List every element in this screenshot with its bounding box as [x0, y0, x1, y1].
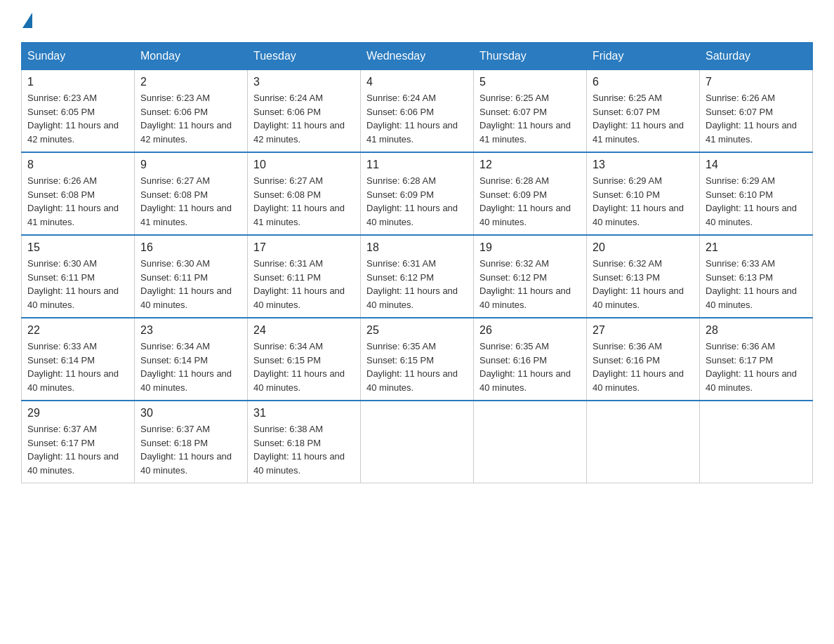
day-number: 24 [253, 324, 355, 337]
day-number: 10 [253, 159, 355, 171]
day-number: 29 [27, 407, 128, 420]
day-number: 7 [706, 76, 807, 88]
day-info: Sunrise: 6:34 AMSunset: 6:14 PMDaylight:… [140, 341, 232, 393]
day-number: 4 [366, 76, 468, 88]
day-number: 6 [593, 76, 694, 88]
day-19: 19 Sunrise: 6:32 AMSunset: 6:12 PMDaylig… [474, 235, 587, 318]
day-info: Sunrise: 6:27 AMSunset: 6:08 PMDaylight:… [253, 175, 345, 227]
day-info: Sunrise: 6:37 AMSunset: 6:18 PMDaylight:… [140, 424, 232, 476]
day-22: 22 Sunrise: 6:33 AMSunset: 6:14 PMDaylig… [22, 318, 135, 401]
day-number: 14 [706, 159, 807, 171]
day-number: 20 [593, 241, 694, 254]
day-number: 11 [366, 159, 468, 171]
day-25: 25 Sunrise: 6:35 AMSunset: 6:15 PMDaylig… [361, 318, 474, 401]
day-info: Sunrise: 6:26 AMSunset: 6:07 PMDaylight:… [706, 93, 797, 145]
day-info: Sunrise: 6:33 AMSunset: 6:13 PMDaylight:… [706, 258, 797, 310]
day-10: 10 Sunrise: 6:27 AMSunset: 6:08 PMDaylig… [248, 152, 361, 235]
day-18: 18 Sunrise: 6:31 AMSunset: 6:12 PMDaylig… [361, 235, 474, 318]
logo [21, 14, 32, 28]
day-2: 2 Sunrise: 6:23 AMSunset: 6:06 PMDayligh… [135, 70, 248, 153]
day-info: Sunrise: 6:23 AMSunset: 6:05 PMDaylight:… [27, 93, 119, 145]
day-number: 1 [27, 76, 128, 88]
empty-cell [700, 401, 813, 483]
day-info: Sunrise: 6:34 AMSunset: 6:15 PMDaylight:… [253, 341, 345, 393]
day-number: 3 [253, 76, 355, 88]
day-number: 15 [27, 241, 128, 254]
day-number: 19 [479, 241, 581, 254]
day-number: 5 [479, 76, 581, 88]
day-info: Sunrise: 6:36 AMSunset: 6:17 PMDaylight:… [706, 341, 797, 393]
day-info: Sunrise: 6:25 AMSunset: 6:07 PMDaylight:… [479, 93, 571, 145]
day-info: Sunrise: 6:35 AMSunset: 6:16 PMDaylight:… [479, 341, 571, 393]
day-4: 4 Sunrise: 6:24 AMSunset: 6:06 PMDayligh… [361, 70, 474, 153]
empty-cell [361, 401, 474, 483]
day-number: 30 [140, 407, 241, 420]
day-info: Sunrise: 6:30 AMSunset: 6:11 PMDaylight:… [140, 258, 232, 310]
day-number: 27 [593, 324, 694, 337]
day-number: 21 [706, 241, 807, 254]
day-number: 25 [366, 324, 468, 337]
day-14: 14 Sunrise: 6:29 AMSunset: 6:10 PMDaylig… [700, 152, 813, 235]
week-row-4: 22 Sunrise: 6:33 AMSunset: 6:14 PMDaylig… [22, 318, 813, 401]
week-row-5: 29 Sunrise: 6:37 AMSunset: 6:17 PMDaylig… [22, 401, 813, 483]
day-8: 8 Sunrise: 6:26 AMSunset: 6:08 PMDayligh… [22, 152, 135, 235]
day-20: 20 Sunrise: 6:32 AMSunset: 6:13 PMDaylig… [587, 235, 700, 318]
header-saturday: Saturday [700, 43, 813, 70]
day-info: Sunrise: 6:31 AMSunset: 6:11 PMDaylight:… [253, 258, 345, 310]
week-row-1: 1 Sunrise: 6:23 AMSunset: 6:05 PMDayligh… [22, 70, 813, 153]
day-number: 31 [253, 407, 355, 420]
day-26: 26 Sunrise: 6:35 AMSunset: 6:16 PMDaylig… [474, 318, 587, 401]
empty-cell [474, 401, 587, 483]
day-info: Sunrise: 6:36 AMSunset: 6:16 PMDaylight:… [593, 341, 684, 393]
day-6: 6 Sunrise: 6:25 AMSunset: 6:07 PMDayligh… [587, 70, 700, 153]
day-info: Sunrise: 6:32 AMSunset: 6:13 PMDaylight:… [593, 258, 684, 310]
header-monday: Monday [135, 43, 248, 70]
day-17: 17 Sunrise: 6:31 AMSunset: 6:11 PMDaylig… [248, 235, 361, 318]
day-info: Sunrise: 6:28 AMSunset: 6:09 PMDaylight:… [479, 175, 571, 227]
day-info: Sunrise: 6:29 AMSunset: 6:10 PMDaylight:… [706, 175, 797, 227]
day-info: Sunrise: 6:31 AMSunset: 6:12 PMDaylight:… [366, 258, 458, 310]
calendar-table: SundayMondayTuesdayWednesdayThursdayFrid… [21, 42, 813, 483]
day-29: 29 Sunrise: 6:37 AMSunset: 6:17 PMDaylig… [22, 401, 135, 483]
day-info: Sunrise: 6:23 AMSunset: 6:06 PMDaylight:… [140, 93, 232, 145]
header-wednesday: Wednesday [361, 43, 474, 70]
day-info: Sunrise: 6:32 AMSunset: 6:12 PMDaylight:… [479, 258, 571, 310]
day-15: 15 Sunrise: 6:30 AMSunset: 6:11 PMDaylig… [22, 235, 135, 318]
header-sunday: Sunday [22, 43, 135, 70]
day-number: 23 [140, 324, 241, 337]
day-3: 3 Sunrise: 6:24 AMSunset: 6:06 PMDayligh… [248, 70, 361, 153]
day-number: 18 [366, 241, 468, 254]
day-11: 11 Sunrise: 6:28 AMSunset: 6:09 PMDaylig… [361, 152, 474, 235]
day-number: 12 [479, 159, 581, 171]
header-thursday: Thursday [474, 43, 587, 70]
day-info: Sunrise: 6:24 AMSunset: 6:06 PMDaylight:… [253, 93, 345, 145]
day-12: 12 Sunrise: 6:28 AMSunset: 6:09 PMDaylig… [474, 152, 587, 235]
day-number: 22 [27, 324, 128, 337]
day-27: 27 Sunrise: 6:36 AMSunset: 6:16 PMDaylig… [587, 318, 700, 401]
day-number: 17 [253, 241, 355, 254]
day-info: Sunrise: 6:24 AMSunset: 6:06 PMDaylight:… [366, 93, 458, 145]
day-1: 1 Sunrise: 6:23 AMSunset: 6:05 PMDayligh… [22, 70, 135, 153]
page-header [21, 14, 813, 28]
day-9: 9 Sunrise: 6:27 AMSunset: 6:08 PMDayligh… [135, 152, 248, 235]
day-5: 5 Sunrise: 6:25 AMSunset: 6:07 PMDayligh… [474, 70, 587, 153]
day-number: 2 [140, 76, 241, 88]
day-number: 16 [140, 241, 241, 254]
day-number: 28 [706, 324, 807, 337]
day-30: 30 Sunrise: 6:37 AMSunset: 6:18 PMDaylig… [135, 401, 248, 483]
day-info: Sunrise: 6:35 AMSunset: 6:15 PMDaylight:… [366, 341, 458, 393]
day-31: 31 Sunrise: 6:38 AMSunset: 6:18 PMDaylig… [248, 401, 361, 483]
day-info: Sunrise: 6:37 AMSunset: 6:17 PMDaylight:… [27, 424, 119, 476]
day-info: Sunrise: 6:30 AMSunset: 6:11 PMDaylight:… [27, 258, 119, 310]
day-info: Sunrise: 6:25 AMSunset: 6:07 PMDaylight:… [593, 93, 684, 145]
header-tuesday: Tuesday [248, 43, 361, 70]
week-row-2: 8 Sunrise: 6:26 AMSunset: 6:08 PMDayligh… [22, 152, 813, 235]
day-info: Sunrise: 6:38 AMSunset: 6:18 PMDaylight:… [253, 424, 345, 476]
empty-cell [587, 401, 700, 483]
day-21: 21 Sunrise: 6:33 AMSunset: 6:13 PMDaylig… [700, 235, 813, 318]
day-info: Sunrise: 6:26 AMSunset: 6:08 PMDaylight:… [27, 175, 119, 227]
day-7: 7 Sunrise: 6:26 AMSunset: 6:07 PMDayligh… [700, 70, 813, 153]
day-number: 9 [140, 159, 241, 171]
day-info: Sunrise: 6:28 AMSunset: 6:09 PMDaylight:… [366, 175, 458, 227]
week-row-3: 15 Sunrise: 6:30 AMSunset: 6:11 PMDaylig… [22, 235, 813, 318]
